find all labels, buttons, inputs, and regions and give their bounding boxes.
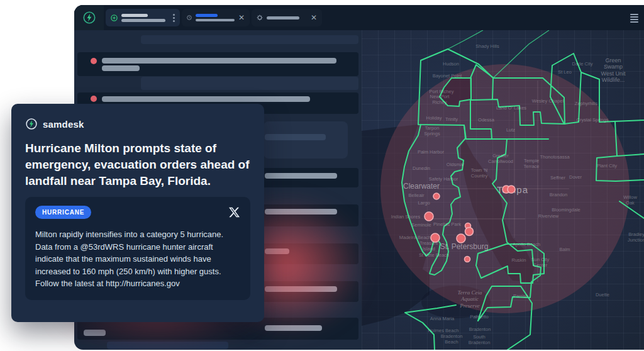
skeleton-bar (265, 173, 337, 179)
skeleton-bar (265, 286, 337, 292)
map-alert-dot[interactable] (465, 257, 470, 262)
tab-bar: ✕ ✕ (74, 5, 644, 30)
alert-dot (91, 58, 97, 64)
tab-accent-skeleton (196, 14, 218, 17)
alert-dot (91, 96, 97, 102)
skeleton-bar (265, 325, 322, 331)
brand-name: samdesk (43, 119, 84, 130)
tab-title-skeleton (121, 14, 148, 17)
samdesk-logo-icon (25, 118, 38, 130)
skeleton-bar (102, 96, 310, 102)
plus-circle-icon (111, 14, 118, 21)
skeleton-bar (265, 209, 337, 214)
map-panel[interactable]: Shady HillsHudsonBayonet PointPort Riche… (362, 30, 644, 350)
skeleton-bar (102, 58, 336, 64)
tab-2[interactable]: ✕ (182, 9, 250, 26)
list-card[interactable] (264, 121, 348, 159)
list-strip (107, 342, 228, 349)
tweet-text: Milton rapidly intensifies into a catego… (35, 228, 240, 290)
skeleton-bar (102, 65, 140, 71)
map-alert-dot[interactable] (433, 193, 440, 199)
skeleton-bar (265, 248, 289, 254)
samdesk-logo-icon[interactable] (74, 5, 104, 30)
tab-3[interactable]: ✕ (252, 9, 322, 26)
gear-icon (257, 14, 263, 21)
hurricane-badge: HURRICANE (35, 206, 91, 219)
kebab-menu-icon[interactable] (173, 14, 175, 22)
map-alert-dot[interactable] (465, 228, 474, 236)
map-alert-dots (362, 30, 644, 350)
skeleton-bar (265, 134, 326, 140)
brand-row: samdesk (25, 118, 84, 130)
x-twitter-icon[interactable] (228, 206, 240, 221)
tweet-card[interactable]: HURRICANE Milton rapidly intensifies int… (25, 197, 250, 300)
map-alert-dot[interactable] (457, 234, 465, 243)
tab-subtitle-skeleton (121, 19, 165, 22)
menu-lines-icon[interactable] (630, 14, 638, 23)
map-alert-dot[interactable] (431, 233, 440, 242)
tab-active[interactable] (106, 9, 180, 26)
map-alert-dot[interactable] (425, 212, 433, 221)
skeleton-bar (84, 330, 106, 336)
close-tab-icon[interactable]: ✕ (238, 14, 245, 21)
tab-subtitle-skeleton (196, 19, 235, 22)
map-alert-dot[interactable] (508, 186, 515, 193)
alert-headline: Hurricane Milton prompts state of emerge… (25, 140, 257, 190)
list-strip (141, 35, 358, 44)
clock-icon (187, 14, 192, 21)
tab-title-skeleton (267, 16, 299, 20)
close-tab-icon[interactable]: ✕ (311, 14, 317, 21)
list-strip (141, 77, 358, 90)
alert-row[interactable] (77, 52, 358, 76)
alert-card[interactable]: samdesk Hurricane Milton prompts state o… (11, 104, 264, 322)
